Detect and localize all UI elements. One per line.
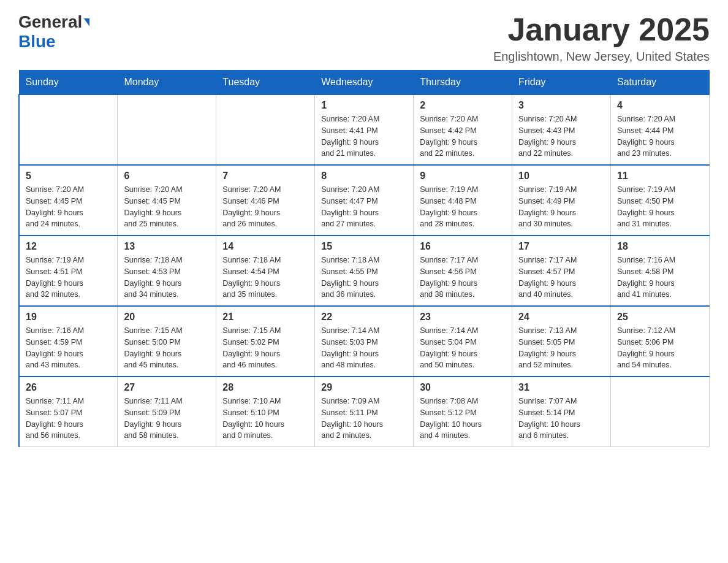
day-number: 6 xyxy=(124,170,210,182)
calendar-cell: 17Sunrise: 7:17 AM Sunset: 4:57 PM Dayli… xyxy=(512,236,611,306)
calendar-cell: 21Sunrise: 7:15 AM Sunset: 5:02 PM Dayli… xyxy=(216,306,315,377)
day-info: Sunrise: 7:18 AM Sunset: 4:55 PM Dayligh… xyxy=(321,255,407,301)
calendar-cell: 18Sunrise: 7:16 AM Sunset: 4:58 PM Dayli… xyxy=(611,236,710,306)
calendar-week-row: 19Sunrise: 7:16 AM Sunset: 4:59 PM Dayli… xyxy=(19,306,710,377)
day-number: 26 xyxy=(26,382,111,393)
day-number: 5 xyxy=(26,170,111,182)
logo-triangle-icon xyxy=(84,18,89,26)
day-of-week-header: Wednesday xyxy=(315,71,414,95)
day-number: 23 xyxy=(420,312,506,323)
day-info: Sunrise: 7:16 AM Sunset: 4:59 PM Dayligh… xyxy=(26,325,111,371)
calendar-cell: 6Sunrise: 7:20 AM Sunset: 4:45 PM Daylig… xyxy=(118,165,216,236)
day-info: Sunrise: 7:11 AM Sunset: 5:07 PM Dayligh… xyxy=(26,396,111,442)
day-number: 24 xyxy=(518,312,604,323)
calendar-cell: 23Sunrise: 7:14 AM Sunset: 5:04 PM Dayli… xyxy=(414,306,512,377)
calendar-cell xyxy=(118,94,216,165)
calendar-cell: 24Sunrise: 7:13 AM Sunset: 5:05 PM Dayli… xyxy=(512,306,611,377)
day-info: Sunrise: 7:20 AM Sunset: 4:45 PM Dayligh… xyxy=(26,184,111,230)
day-info: Sunrise: 7:13 AM Sunset: 5:05 PM Dayligh… xyxy=(518,325,604,371)
day-of-week-header: Friday xyxy=(512,71,611,95)
day-info: Sunrise: 7:18 AM Sunset: 4:54 PM Dayligh… xyxy=(222,255,308,301)
month-title: January 2025 xyxy=(493,12,710,47)
day-info: Sunrise: 7:07 AM Sunset: 5:14 PM Dayligh… xyxy=(518,396,604,442)
calendar-cell: 25Sunrise: 7:12 AM Sunset: 5:06 PM Dayli… xyxy=(611,306,710,377)
day-number: 18 xyxy=(617,241,703,252)
day-info: Sunrise: 7:20 AM Sunset: 4:43 PM Dayligh… xyxy=(518,113,604,159)
calendar-cell: 27Sunrise: 7:11 AM Sunset: 5:09 PM Dayli… xyxy=(118,377,216,447)
day-number: 27 xyxy=(124,382,210,393)
calendar-cell: 12Sunrise: 7:19 AM Sunset: 4:51 PM Dayli… xyxy=(19,236,118,306)
calendar-cell: 11Sunrise: 7:19 AM Sunset: 4:50 PM Dayli… xyxy=(611,165,710,236)
day-info: Sunrise: 7:17 AM Sunset: 4:57 PM Dayligh… xyxy=(518,255,604,301)
location-text: Englishtown, New Jersey, United States xyxy=(493,50,710,64)
calendar-cell: 8Sunrise: 7:20 AM Sunset: 4:47 PM Daylig… xyxy=(315,165,414,236)
page-header: General Blue January 2025 Englishtown, N… xyxy=(18,12,710,64)
day-number: 30 xyxy=(420,382,506,393)
day-info: Sunrise: 7:11 AM Sunset: 5:09 PM Dayligh… xyxy=(124,396,210,442)
day-number: 8 xyxy=(321,170,407,182)
calendar-cell: 20Sunrise: 7:15 AM Sunset: 5:00 PM Dayli… xyxy=(118,306,216,377)
calendar-cell: 7Sunrise: 7:20 AM Sunset: 4:46 PM Daylig… xyxy=(216,165,315,236)
day-number: 17 xyxy=(518,241,604,252)
day-number: 1 xyxy=(321,100,407,111)
calendar-header-row: SundayMondayTuesdayWednesdayThursdayFrid… xyxy=(19,71,710,95)
day-of-week-header: Sunday xyxy=(19,71,118,95)
day-info: Sunrise: 7:19 AM Sunset: 4:49 PM Dayligh… xyxy=(518,184,604,230)
day-number: 28 xyxy=(222,382,308,393)
calendar-cell: 10Sunrise: 7:19 AM Sunset: 4:49 PM Dayli… xyxy=(512,165,611,236)
day-info: Sunrise: 7:15 AM Sunset: 5:00 PM Dayligh… xyxy=(124,325,210,371)
calendar-cell: 29Sunrise: 7:09 AM Sunset: 5:11 PM Dayli… xyxy=(315,377,414,447)
day-info: Sunrise: 7:20 AM Sunset: 4:45 PM Dayligh… xyxy=(124,184,210,230)
day-info: Sunrise: 7:20 AM Sunset: 4:42 PM Dayligh… xyxy=(420,113,506,159)
calendar-cell: 22Sunrise: 7:14 AM Sunset: 5:03 PM Dayli… xyxy=(315,306,414,377)
day-number: 20 xyxy=(124,312,210,323)
calendar-week-row: 26Sunrise: 7:11 AM Sunset: 5:07 PM Dayli… xyxy=(19,377,710,447)
calendar-week-row: 5Sunrise: 7:20 AM Sunset: 4:45 PM Daylig… xyxy=(19,165,710,236)
logo: General Blue xyxy=(18,12,89,52)
logo-blue-text: Blue xyxy=(18,32,56,51)
calendar-cell: 28Sunrise: 7:10 AM Sunset: 5:10 PM Dayli… xyxy=(216,377,315,447)
calendar-cell: 3Sunrise: 7:20 AM Sunset: 4:43 PM Daylig… xyxy=(512,94,611,165)
day-info: Sunrise: 7:09 AM Sunset: 5:11 PM Dayligh… xyxy=(321,396,407,442)
calendar-cell: 5Sunrise: 7:20 AM Sunset: 4:45 PM Daylig… xyxy=(19,165,118,236)
day-of-week-header: Thursday xyxy=(414,71,512,95)
day-info: Sunrise: 7:20 AM Sunset: 4:41 PM Dayligh… xyxy=(321,113,407,159)
day-number: 11 xyxy=(617,170,703,182)
day-number: 13 xyxy=(124,241,210,252)
day-info: Sunrise: 7:17 AM Sunset: 4:56 PM Dayligh… xyxy=(420,255,506,301)
calendar-cell xyxy=(19,94,118,165)
calendar-week-row: 1Sunrise: 7:20 AM Sunset: 4:41 PM Daylig… xyxy=(19,94,710,165)
calendar-cell: 26Sunrise: 7:11 AM Sunset: 5:07 PM Dayli… xyxy=(19,377,118,447)
day-number: 7 xyxy=(222,170,308,182)
day-info: Sunrise: 7:18 AM Sunset: 4:53 PM Dayligh… xyxy=(124,255,210,301)
calendar-cell xyxy=(216,94,315,165)
day-number: 15 xyxy=(321,241,407,252)
calendar-table: SundayMondayTuesdayWednesdayThursdayFrid… xyxy=(18,70,710,447)
calendar-cell: 2Sunrise: 7:20 AM Sunset: 4:42 PM Daylig… xyxy=(414,94,512,165)
calendar-cell: 31Sunrise: 7:07 AM Sunset: 5:14 PM Dayli… xyxy=(512,377,611,447)
day-info: Sunrise: 7:14 AM Sunset: 5:04 PM Dayligh… xyxy=(420,325,506,371)
day-info: Sunrise: 7:10 AM Sunset: 5:10 PM Dayligh… xyxy=(222,396,308,442)
day-number: 10 xyxy=(518,170,604,182)
day-number: 14 xyxy=(222,241,308,252)
calendar-cell: 15Sunrise: 7:18 AM Sunset: 4:55 PM Dayli… xyxy=(315,236,414,306)
day-info: Sunrise: 7:19 AM Sunset: 4:50 PM Dayligh… xyxy=(617,184,703,230)
day-number: 25 xyxy=(617,312,703,323)
calendar-cell: 1Sunrise: 7:20 AM Sunset: 4:41 PM Daylig… xyxy=(315,94,414,165)
day-number: 19 xyxy=(26,312,111,323)
day-number: 2 xyxy=(420,100,506,111)
day-of-week-header: Tuesday xyxy=(216,71,315,95)
day-number: 9 xyxy=(420,170,506,182)
day-number: 16 xyxy=(420,241,506,252)
day-info: Sunrise: 7:19 AM Sunset: 4:51 PM Dayligh… xyxy=(26,255,111,301)
day-number: 4 xyxy=(617,100,703,111)
day-info: Sunrise: 7:20 AM Sunset: 4:44 PM Dayligh… xyxy=(617,113,703,159)
day-number: 3 xyxy=(518,100,604,111)
day-of-week-header: Monday xyxy=(118,71,216,95)
calendar-cell: 19Sunrise: 7:16 AM Sunset: 4:59 PM Dayli… xyxy=(19,306,118,377)
day-info: Sunrise: 7:20 AM Sunset: 4:47 PM Dayligh… xyxy=(321,184,407,230)
calendar-cell: 14Sunrise: 7:18 AM Sunset: 4:54 PM Dayli… xyxy=(216,236,315,306)
calendar-cell: 16Sunrise: 7:17 AM Sunset: 4:56 PM Dayli… xyxy=(414,236,512,306)
title-section: January 2025 Englishtown, New Jersey, Un… xyxy=(493,12,710,64)
calendar-week-row: 12Sunrise: 7:19 AM Sunset: 4:51 PM Dayli… xyxy=(19,236,710,306)
